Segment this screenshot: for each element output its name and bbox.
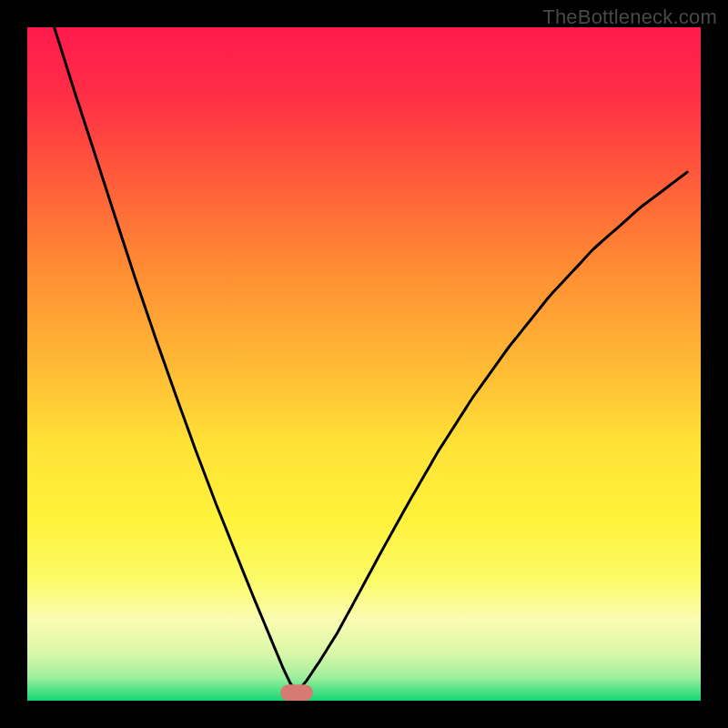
chart-container: TheBottleneck.com [0,0,728,728]
watermark-text: TheBottleneck.com [542,5,717,29]
min-marker [280,684,313,701]
chart-svg [27,27,701,701]
chart-background [27,27,701,701]
plot-area [27,27,701,701]
